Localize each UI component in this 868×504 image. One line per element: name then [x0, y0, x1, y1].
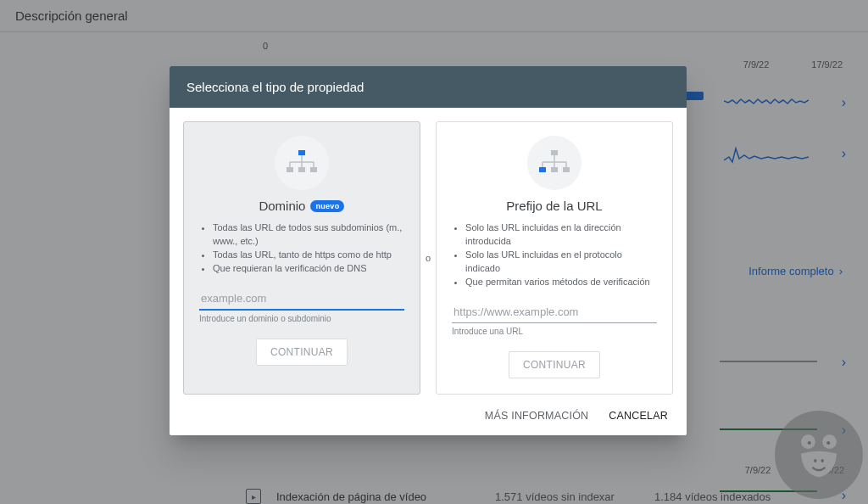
modal-cards: Dominio nuevo Todas las URL de todos sus… — [170, 108, 687, 398]
domain-card[interactable]: Dominio nuevo Todas las URL de todos sus… — [183, 121, 420, 395]
domain-continue-button[interactable]: CONTINUAR — [256, 339, 348, 366]
url-prefix-card[interactable]: Prefijo de la URL Solo las URL incluidas… — [436, 121, 673, 395]
svg-rect-22 — [551, 167, 558, 172]
modal-title: Selecciona el tipo de propiedad — [170, 66, 687, 108]
domain-input[interactable] — [199, 288, 404, 311]
domain-input-helper: Introduce un dominio o subdominio — [199, 314, 404, 323]
bullet: Que permitan varios métodos de verificac… — [465, 276, 657, 289]
bullet: Solo las URL incluidas en el protocolo i… — [465, 249, 657, 276]
domain-card-title: Dominio nuevo — [259, 199, 344, 213]
title-text: Prefijo de la URL — [506, 199, 602, 213]
or-separator: o — [424, 253, 432, 263]
sitemap-icon — [527, 136, 581, 190]
url-input[interactable] — [452, 301, 657, 323]
domain-card-bullets: Todas las URL de todos sus subdominios (… — [199, 221, 404, 276]
bullet: Todas las URL, tanto de https como de ht… — [213, 249, 404, 262]
url-input-field — [452, 301, 657, 323]
url-input-helper: Introduce una URL — [452, 327, 657, 336]
svg-rect-6 — [298, 150, 305, 155]
url-card-title: Prefijo de la URL — [506, 199, 602, 213]
domain-input-field — [199, 288, 404, 311]
svg-rect-12 — [287, 167, 293, 172]
sitemap-icon — [275, 136, 329, 190]
svg-rect-21 — [539, 167, 546, 172]
bullet: Solo las URL incluidas en la dirección i… — [465, 221, 657, 249]
cancel-button[interactable]: CANCELAR — [609, 410, 668, 422]
url-card-bullets: Solo las URL incluidas en la dirección i… — [452, 221, 657, 289]
bullet: Todas las URL de todos sus subdominios (… — [213, 221, 404, 249]
modal-footer: MÁS INFORMACIÓN CANCELAR — [170, 398, 687, 435]
new-badge: nuevo — [310, 200, 344, 212]
bullet: Que requieran la verificación de DNS — [213, 262, 404, 276]
more-info-button[interactable]: MÁS INFORMACIÓN — [485, 410, 588, 422]
svg-rect-15 — [551, 150, 558, 155]
title-text: Dominio — [259, 199, 305, 213]
svg-rect-14 — [310, 167, 317, 172]
svg-rect-23 — [563, 167, 570, 172]
url-continue-button[interactable]: CONTINUAR — [509, 351, 600, 378]
svg-rect-13 — [298, 167, 305, 172]
property-type-modal: Selecciona el tipo de propiedad Dominio — [170, 66, 687, 435]
